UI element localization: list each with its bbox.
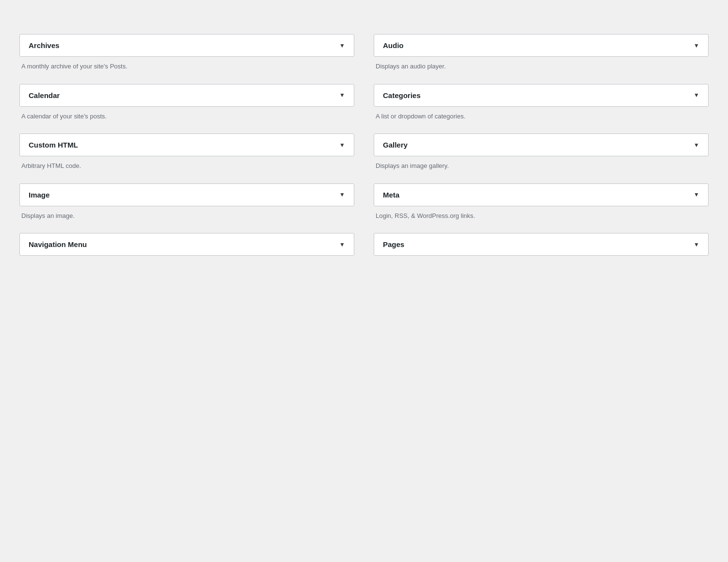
widget-label-navigation-menu: Navigation Menu [29, 240, 87, 248]
widget-description-pages [374, 256, 709, 269]
widget-label-gallery: Gallery [383, 141, 408, 149]
widget-description-navigation-menu [19, 256, 354, 269]
widget-label-categories: Categories [383, 91, 421, 99]
widget-item-meta: Meta▼Login, RSS, & WordPress.org links. [374, 183, 709, 230]
widget-header-calendar[interactable]: Calendar▼ [19, 84, 354, 107]
widget-label-archives: Archives [29, 41, 59, 50]
widget-header-custom-html[interactable]: Custom HTML▼ [19, 133, 354, 156]
widget-item-calendar: Calendar▼A calendar of your site's posts… [19, 84, 354, 130]
widget-description-categories: A list or dropdown of categories. [374, 107, 709, 130]
widget-description-image: Displays an image. [19, 206, 354, 230]
chevron-down-icon-gallery: ▼ [694, 142, 699, 149]
chevron-down-icon-audio: ▼ [694, 42, 699, 49]
widget-header-pages[interactable]: Pages▼ [374, 233, 709, 256]
widget-item-pages: Pages▼ [374, 233, 709, 269]
chevron-down-icon-pages: ▼ [694, 241, 699, 248]
widget-header-meta[interactable]: Meta▼ [374, 183, 709, 206]
widget-label-custom-html: Custom HTML [29, 141, 78, 149]
chevron-down-icon-custom-html: ▼ [339, 142, 345, 149]
chevron-down-icon-meta: ▼ [694, 191, 699, 198]
widget-label-calendar: Calendar [29, 91, 60, 99]
widget-header-categories[interactable]: Categories▼ [374, 84, 709, 107]
chevron-down-icon-categories: ▼ [694, 92, 699, 99]
chevron-down-icon-image: ▼ [339, 191, 345, 198]
widgets-grid: Archives▼A monthly archive of your site'… [19, 34, 709, 273]
widget-label-pages: Pages [383, 240, 404, 248]
widget-item-navigation-menu: Navigation Menu▼ [19, 233, 354, 269]
widget-item-custom-html: Custom HTML▼Arbitrary HTML code. [19, 133, 354, 180]
widget-description-audio: Displays an audio player. [374, 57, 709, 80]
widget-header-audio[interactable]: Audio▼ [374, 34, 709, 57]
widget-header-navigation-menu[interactable]: Navigation Menu▼ [19, 233, 354, 256]
widget-header-gallery[interactable]: Gallery▼ [374, 133, 709, 156]
widgets-right-column: Audio▼Displays an audio player.Categorie… [374, 34, 709, 273]
widget-item-gallery: Gallery▼Displays an image gallery. [374, 133, 709, 180]
widget-description-gallery: Displays an image gallery. [374, 156, 709, 180]
widget-description-meta: Login, RSS, & WordPress.org links. [374, 206, 709, 230]
widget-label-image: Image [29, 191, 50, 199]
widget-description-custom-html: Arbitrary HTML code. [19, 156, 354, 180]
widget-item-audio: Audio▼Displays an audio player. [374, 34, 709, 80]
widget-item-archives: Archives▼A monthly archive of your site'… [19, 34, 354, 80]
chevron-down-icon-calendar: ▼ [339, 92, 345, 99]
widget-label-meta: Meta [383, 191, 399, 199]
widget-item-image: Image▼Displays an image. [19, 183, 354, 230]
widget-item-categories: Categories▼A list or dropdown of categor… [374, 84, 709, 130]
chevron-down-icon-navigation-menu: ▼ [339, 241, 345, 248]
chevron-down-icon-archives: ▼ [339, 42, 345, 49]
widget-description-archives: A monthly archive of your site's Posts. [19, 57, 354, 80]
widget-label-audio: Audio [383, 41, 404, 50]
widget-header-image[interactable]: Image▼ [19, 183, 354, 206]
widget-description-calendar: A calendar of your site's posts. [19, 107, 354, 130]
widget-header-archives[interactable]: Archives▼ [19, 34, 354, 57]
widgets-left-column: Archives▼A monthly archive of your site'… [19, 34, 354, 273]
